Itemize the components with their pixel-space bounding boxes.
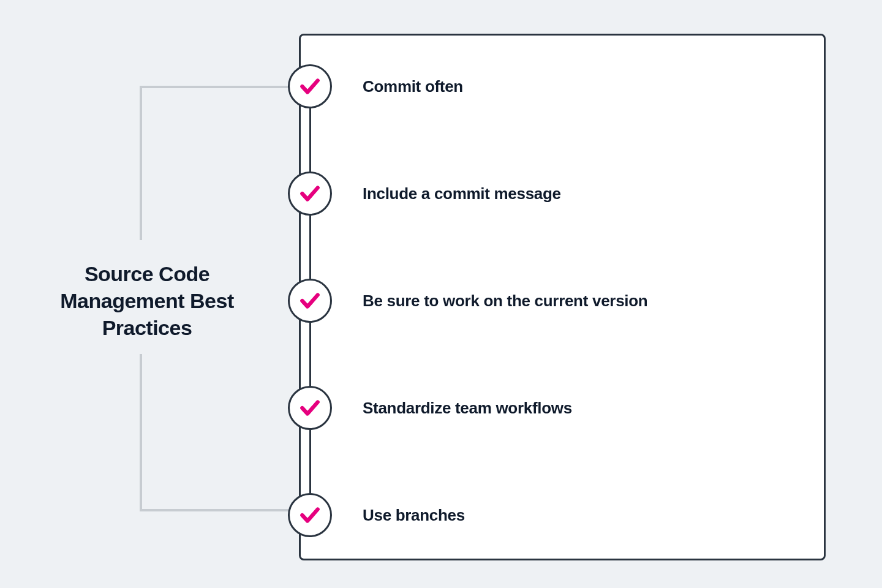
practice-item: Include a commit message [288, 172, 561, 216]
practice-label: Standardize team workflows [363, 399, 572, 418]
practice-item: Be sure to work on the current version [288, 279, 647, 323]
practice-label: Include a commit message [363, 184, 561, 203]
practice-label: Be sure to work on the current version [363, 292, 647, 311]
diagram-title: Source Code Management Best Practices [49, 260, 245, 342]
practice-label: Use branches [363, 506, 465, 525]
check-icon [288, 64, 332, 108]
practice-item: Use branches [288, 493, 465, 537]
check-icon [288, 279, 332, 323]
practice-label: Commit often [363, 77, 463, 96]
check-icon [288, 493, 332, 537]
check-icon [288, 172, 332, 216]
check-icon [288, 386, 332, 430]
practice-item: Standardize team workflows [288, 386, 572, 430]
practice-item: Commit often [288, 64, 463, 108]
